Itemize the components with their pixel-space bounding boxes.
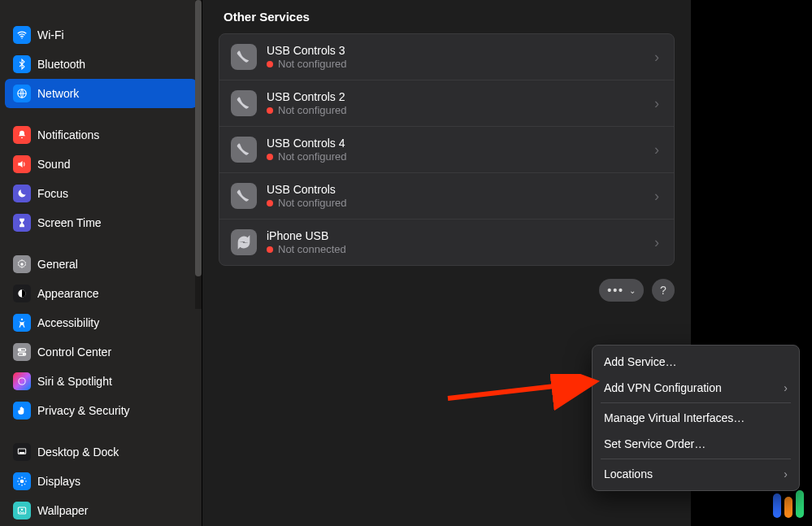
toggles-icon — [13, 343, 31, 361]
service-status: Not connected — [267, 243, 651, 255]
sidebar-item-label: Wallpaper — [37, 504, 89, 517]
chevron-right-icon: › — [784, 381, 788, 394]
sidebar-group-system: General Appearance Accessibility Control… — [5, 250, 197, 425]
service-name: USB Controls 4 — [267, 137, 651, 150]
sidebar-item-privacy[interactable]: Privacy & Security — [5, 396, 197, 425]
svg-point-2 — [20, 263, 24, 266]
sidebar-item-controlcenter[interactable]: Control Center — [5, 337, 197, 367]
menu-item-label: Locations — [604, 467, 653, 480]
service-row[interactable]: USB Controls 2 Not configured › — [219, 80, 674, 127]
speaker-icon — [13, 155, 31, 173]
status-dot — [267, 246, 273, 253]
sidebar-item-desktopdock[interactable]: Desktop & Dock — [5, 437, 197, 467]
dock-icon — [13, 443, 31, 461]
menu-separator — [601, 402, 791, 403]
status-dot — [267, 154, 273, 160]
sidebar-item-bluetooth[interactable]: Bluetooth — [5, 50, 197, 79]
service-status: Not configured — [267, 197, 651, 209]
service-row[interactable]: USB Controls Not configured › — [219, 173, 674, 220]
sidebar-item-label: Bluetooth — [37, 58, 85, 71]
sidebar: Wi-Fi Bluetooth Network Notifications So… — [0, 0, 202, 526]
menu-item-locations[interactable]: Locations › — [593, 461, 799, 487]
service-name: iPhone USB — [267, 229, 651, 242]
sidebar-item-sound[interactable]: Sound — [5, 150, 197, 179]
svg-point-4 — [21, 319, 23, 320]
siri-icon — [13, 372, 31, 390]
sidebar-item-label: Network — [37, 87, 79, 100]
help-button[interactable]: ? — [652, 279, 675, 302]
chevron-right-icon: › — [651, 234, 662, 251]
status-dot — [267, 107, 273, 114]
sidebar-item-displays[interactable]: Displays — [5, 467, 197, 496]
moon-icon — [13, 185, 31, 202]
menu-item-set-order[interactable]: Set Service Order… — [593, 431, 799, 457]
svg-point-8 — [23, 354, 24, 355]
svg-point-14 — [21, 509, 23, 511]
service-status: Not configured — [267, 104, 651, 116]
service-row[interactable]: iPhone USB Not connected › — [219, 220, 674, 265]
menu-item-label: Manage Virtual Interfaces… — [604, 411, 745, 424]
sidebar-item-wifi[interactable]: Wi-Fi — [5, 20, 197, 50]
sidebar-item-wallpaper[interactable]: Wallpaper — [5, 496, 197, 525]
sidebar-item-siri[interactable]: Siri & Spotlight — [5, 367, 197, 396]
logo-bar — [784, 497, 792, 518]
sidebar-item-label: Control Center — [37, 346, 111, 359]
menu-item-manage-virtual[interactable]: Manage Virtual Interfaces… — [593, 405, 799, 431]
svg-point-9 — [19, 378, 25, 385]
svg-rect-11 — [20, 453, 24, 454]
service-text: USB Controls 2 Not configured — [267, 90, 651, 116]
menu-item-add-service[interactable]: Add Service… — [593, 349, 799, 375]
sidebar-item-label: Appearance — [37, 287, 99, 300]
phone-icon — [231, 183, 257, 209]
gear-icon — [13, 255, 31, 273]
logo-bar — [773, 493, 781, 518]
context-menu: Add Service… Add VPN Configuration › Man… — [592, 345, 800, 491]
sync-icon — [231, 229, 257, 255]
sidebar-item-appearance[interactable]: Appearance — [5, 279, 197, 308]
sidebar-item-label: Privacy & Security — [37, 404, 130, 417]
menu-item-add-vpn[interactable]: Add VPN Configuration › — [593, 375, 799, 401]
hand-icon — [13, 402, 31, 419]
svg-point-12 — [20, 480, 24, 484]
phone-icon — [231, 137, 257, 163]
service-status: Not configured — [267, 150, 651, 163]
sidebar-group-personal: Notifications Sound Focus Screen Time — [5, 120, 197, 237]
menu-item-label: Add Service… — [604, 355, 676, 368]
service-name: USB Controls — [267, 183, 651, 196]
brand-logo — [773, 490, 804, 518]
sun-icon — [13, 472, 31, 490]
chevron-right-icon: › — [651, 188, 662, 205]
sidebar-item-screentime[interactable]: Screen Time — [5, 208, 197, 237]
sidebar-item-notifications[interactable]: Notifications — [5, 120, 197, 150]
chevron-right-icon: › — [651, 141, 662, 159]
scrollbar-thumb[interactable] — [195, 0, 202, 276]
sidebar-item-label: Desktop & Dock — [37, 446, 119, 459]
menu-item-label: Add VPN Configuration — [604, 381, 722, 394]
sidebar-item-accessibility[interactable]: Accessibility — [5, 308, 197, 337]
sidebar-item-label: Displays — [37, 475, 80, 488]
appearance-icon — [13, 285, 31, 302]
service-text: USB Controls 3 Not configured — [267, 44, 651, 70]
chevron-down-icon: ⌄ — [629, 286, 636, 295]
service-status: Not configured — [267, 58, 651, 70]
wallpaper-icon — [13, 502, 31, 519]
sidebar-item-focus[interactable]: Focus — [5, 179, 197, 208]
wifi-icon — [13, 26, 31, 44]
actions-row: ••• ⌄ ? — [219, 279, 675, 302]
ellipsis-icon: ••• — [607, 284, 624, 297]
status-dot — [267, 200, 273, 206]
bluetooth-icon — [13, 55, 31, 73]
sidebar-item-label: Focus — [37, 187, 68, 200]
more-actions-button[interactable]: ••• ⌄ — [599, 279, 644, 302]
sidebar-item-label: Wi-Fi — [37, 28, 64, 41]
section-title: Other Services — [224, 10, 675, 24]
service-text: USB Controls 4 Not configured — [267, 137, 651, 163]
service-row[interactable]: USB Controls 3 Not configured › — [219, 34, 674, 80]
sidebar-item-label: Accessibility — [37, 316, 99, 329]
menu-separator — [601, 459, 791, 459]
sidebar-item-general[interactable]: General — [5, 250, 197, 279]
logo-bar — [796, 490, 804, 518]
sidebar-item-network[interactable]: Network — [5, 79, 197, 108]
service-row[interactable]: USB Controls 4 Not configured › — [219, 127, 674, 173]
sidebar-group-hardware: Desktop & Dock Displays Wallpaper Screen… — [5, 437, 197, 526]
